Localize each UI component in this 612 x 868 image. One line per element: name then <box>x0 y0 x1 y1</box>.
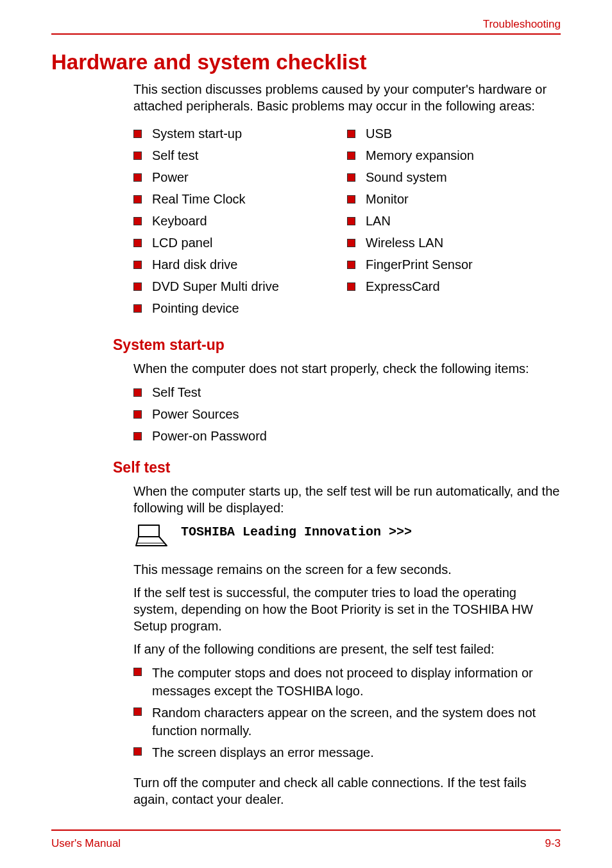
bullet-icon <box>347 130 355 138</box>
bullet-icon <box>133 388 142 397</box>
selftest-p3: If the self test is successful, the comp… <box>133 584 561 634</box>
bullet-icon <box>347 239 355 247</box>
subheading-self-test: Self test <box>113 459 561 476</box>
list-item: The screen displays an error message. <box>133 743 561 761</box>
bullet-icon <box>133 707 142 716</box>
selftest-fail-list: The computer stops and does not proceed … <box>133 664 561 761</box>
list-item-label: Real Time Clock <box>152 190 246 208</box>
page-content: Hardware and system checklist This secti… <box>51 50 561 814</box>
bullet-icon <box>133 261 142 269</box>
list-item-label: The computer stops and does not proceed … <box>152 664 561 700</box>
list-item-label: System start-up <box>152 125 242 143</box>
list-item: Wireless LAN <box>347 234 561 252</box>
bullet-icon <box>347 261 355 269</box>
list-item-label: Memory expansion <box>366 146 474 164</box>
startup-list: Self Test Power Sources Power-on Passwor… <box>133 383 561 445</box>
boot-message-row: TOSHIBA Leading Innovation >>> <box>133 523 561 550</box>
list-item: Sound system <box>347 168 561 186</box>
list-item: The computer stops and does not proceed … <box>133 664 561 700</box>
footer-left: User's Manual <box>51 837 121 850</box>
bullet-icon <box>347 195 355 204</box>
list-item: System start-up <box>133 125 347 143</box>
list-item-label: Power Sources <box>152 405 239 423</box>
bullet-icon <box>133 217 142 225</box>
list-item-label: Hard disk drive <box>152 256 237 273</box>
selftest-p5: Turn off the computer and check all cabl… <box>133 774 561 808</box>
bullet-icon <box>347 173 355 182</box>
list-item: Hard disk drive <box>133 256 347 273</box>
list-item: Self Test <box>133 383 561 401</box>
list-item: FingerPrint Sensor <box>347 256 561 273</box>
laptop-icon <box>133 523 169 550</box>
boot-message-text: TOSHIBA Leading Innovation >>> <box>181 523 412 541</box>
checklist-right-col: USB Memory expansion Sound system Monito… <box>347 121 561 321</box>
bullet-icon <box>133 668 142 676</box>
list-item-label: Pointing device <box>152 299 239 317</box>
page-title: Hardware and system checklist <box>51 50 561 74</box>
selftest-p4: If any of the following conditions are p… <box>133 641 561 657</box>
bullet-icon <box>347 282 355 291</box>
list-item: Pointing device <box>133 299 347 317</box>
subheading-system-start-up: System start-up <box>113 336 561 354</box>
list-item: Power-on Password <box>133 427 561 445</box>
checklist-left-col: System start-up Self test Power Real Tim… <box>133 121 347 321</box>
startup-text: When the computer does not start properl… <box>133 360 561 377</box>
bullet-icon <box>133 432 142 440</box>
list-item-label: Monitor <box>366 190 409 208</box>
list-item-label: Sound system <box>366 168 447 186</box>
bullet-icon <box>347 217 355 225</box>
list-item: Power <box>133 168 347 186</box>
list-item: USB <box>347 125 561 143</box>
list-item-label: LAN <box>366 212 391 230</box>
bullet-icon <box>133 282 142 291</box>
list-item: DVD Super Multi drive <box>133 277 347 295</box>
bullet-icon <box>133 239 142 247</box>
list-item: Keyboard <box>133 212 347 230</box>
list-item: LCD panel <box>133 234 347 252</box>
list-item-label: Keyboard <box>152 212 207 230</box>
selftest-p2: This message remains on the screen for a… <box>133 561 561 578</box>
list-item: Self test <box>133 146 347 164</box>
header-section: Troubleshooting <box>483 18 561 31</box>
intro-text: This section discusses problems caused b… <box>133 81 561 114</box>
list-item: Power Sources <box>133 405 561 423</box>
list-item-label: Power <box>152 168 189 186</box>
list-item-label: ExpressCard <box>366 277 440 295</box>
list-item-label: USB <box>366 125 392 143</box>
list-item-label: Random characters appear on the screen, … <box>152 704 561 740</box>
list-item-label: The screen displays an error message. <box>152 743 374 761</box>
footer-rule <box>51 829 561 831</box>
list-item-label: Self test <box>152 146 198 164</box>
bullet-icon <box>133 410 142 419</box>
list-item: LAN <box>347 212 561 230</box>
header-rule <box>51 33 561 35</box>
list-item-label: Power-on Password <box>152 427 267 445</box>
list-item-label: Self Test <box>152 383 201 401</box>
bullet-icon <box>133 152 142 160</box>
bullet-icon <box>133 195 142 204</box>
page-footer: User's Manual 9-3 <box>51 837 561 850</box>
list-item: Random characters appear on the screen, … <box>133 704 561 740</box>
bullet-icon <box>133 304 142 313</box>
list-item-label: FingerPrint Sensor <box>366 256 473 273</box>
bullet-icon <box>133 130 142 138</box>
list-item: Real Time Clock <box>133 190 347 208</box>
list-item: ExpressCard <box>347 277 561 295</box>
bullet-icon <box>133 747 142 756</box>
footer-right: 9-3 <box>545 837 561 850</box>
list-item-label: DVD Super Multi drive <box>152 277 279 295</box>
bullet-icon <box>133 173 142 182</box>
checklist-columns: System start-up Self test Power Real Tim… <box>133 121 561 321</box>
selftest-p1: When the computer starts up, the self te… <box>133 483 561 516</box>
bullet-icon <box>347 152 355 160</box>
list-item-label: Wireless LAN <box>366 234 443 252</box>
list-item-label: LCD panel <box>152 234 213 252</box>
list-item: Monitor <box>347 190 561 208</box>
list-item: Memory expansion <box>347 146 561 164</box>
